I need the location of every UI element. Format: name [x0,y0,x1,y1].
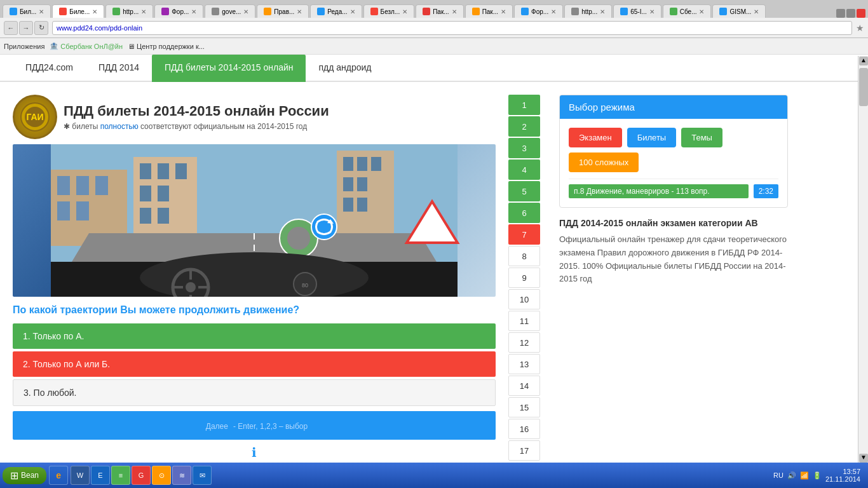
mode-btn-2[interactable]: Билеты [627,128,676,147]
mode-btn-3[interactable]: Темы [681,128,722,147]
browser-tab-12[interactable]: http...✕ [564,4,612,18]
number-btn-16[interactable]: 16 [508,419,540,439]
scroll-thumb[interactable] [859,68,868,106]
browser-tab-14[interactable]: Сбе...✕ [663,4,712,18]
taskbar-app-4[interactable]: G [132,466,151,485]
number-btn-2[interactable]: 2 [508,116,540,137]
svg-text:80: 80 [302,282,308,288]
site-nav-item-1[interactable]: ПДД24.com [13,55,86,82]
language-indicator[interactable]: RU [773,471,783,479]
number-btn-15[interactable]: 15 [508,397,540,417]
site-nav-item-3[interactable]: ПДД билеты 2014-2015 онлайн [152,55,306,82]
bookmark-support[interactable]: 🖥 Центр поддержки к... [128,43,205,50]
taskbar-app-5[interactable]: ⊙ [152,466,171,485]
start-button[interactable]: ⊞ Bean [3,467,46,484]
number-btn-10[interactable]: 10 [508,289,540,309]
sys-tray: RU 🔊 📶 🔋 13:57 21.11.2014 [768,468,865,483]
site-nav-item-2[interactable]: ПДД 2014 [86,55,152,82]
svg-point-47 [186,282,196,292]
number-btn-17[interactable]: 17 [508,440,540,461]
browser-tab-3[interactable]: http...✕ [105,4,153,18]
browser-tab-9[interactable]: Пак...✕ [416,4,463,18]
clock: 13:57 21.11.2014 [825,468,860,483]
svg-rect-21 [371,157,381,171]
left-column: ГАИ ПДД билеты 2014-2015 онлайн России ✱… [13,95,496,465]
browser-tab-5[interactable]: gove...✕ [205,4,255,18]
bookmarks-bar: Приложения 🏦 Сбербанк ОнЛ@йн 🖥 Центр под… [0,38,868,55]
bookmark-apps[interactable]: Приложения [4,43,44,50]
site-nav: ПДД24.comПДД 2014ПДД билеты 2014-2015 он… [0,55,868,82]
browser-tab-10[interactable]: Пак...✕ [465,4,513,18]
number-btn-13[interactable]: 13 [508,354,540,374]
browser-tab-15[interactable]: GISM...✕ [712,4,766,18]
mode-btn-4[interactable]: 100 сложных [569,152,639,172]
seo-body: Официальный онлайн тренажер для сдачи те… [559,233,788,286]
answer-option-3[interactable]: 3. По любой. [13,379,496,406]
forward-button[interactable]: → [19,21,33,35]
info-text: п.8 Движение, маневриров - 113 вопр. [569,184,749,198]
question-image: А Б В [13,144,496,297]
mode-btn-1[interactable]: Экзамен [569,128,622,147]
number-btn-5[interactable]: 5 [508,181,540,201]
right-column: Выбор режима ЭкзаменБилетыТемы100 сложны… [559,95,788,465]
subtitle-link[interactable]: полностью [100,122,139,131]
number-btn-9[interactable]: 9 [508,268,540,288]
browser-tab-1[interactable]: Бил...✕ [3,4,51,18]
number-btn-4[interactable]: 4 [508,159,540,180]
number-btn-8[interactable]: 8 [508,246,540,266]
minimize-button[interactable] [836,9,845,18]
number-grid-column: 1234567891011121314151617 [508,95,546,465]
taskbar-app-3[interactable]: ≡ [111,466,130,485]
taskbar-item-browser[interactable]: e [49,466,68,485]
number-btn-11[interactable]: 11 [508,311,540,331]
browser-tab-11[interactable]: Фор...✕ [514,4,563,18]
next-button[interactable]: Далее- Enter, 1,2,3 – выбор [13,411,496,440]
svg-rect-14 [140,186,151,201]
battery-icon[interactable]: 🔋 [813,471,822,480]
clock-time: 13:57 [825,468,860,475]
browser-window: Бил...✕Биле...✕http...✕Фор...✕gove...✕Пр… [0,0,868,488]
answer-option-1[interactable]: 1. Только по А. [13,323,496,349]
sound-icon[interactable]: 🔊 [787,471,796,480]
answer-option-2[interactable]: 2. Только по А или Б. [13,351,496,377]
taskbar-app-1[interactable]: W [71,466,90,485]
browser-tab-7[interactable]: Реда...✕ [310,4,362,18]
browser-tab-4[interactable]: Фор...✕ [154,4,203,18]
address-box: www.pdd24.com/pdd-onlain [52,21,852,35]
number-btn-14[interactable]: 14 [508,376,540,396]
svg-rect-9 [76,201,89,220]
mode-info: п.8 Движение, маневриров - 113 вопр. 2:3… [569,179,778,198]
address-bar-row: ← → ↻ www.pdd24.com/pdd-onlain ★ [0,18,868,38]
bookmark-sber[interactable]: 🏦 Сбербанк ОнЛ@йн [50,42,123,50]
browser-tab-13[interactable]: 65-I...✕ [613,4,661,18]
taskbar-app-6[interactable]: ≋ [172,466,191,485]
taskbar-app-7[interactable]: ✉ [193,466,212,485]
number-btn-7[interactable]: 7 [508,224,540,245]
site-nav-item-4[interactable]: пдд андроид [306,55,384,82]
number-btn-6[interactable]: 6 [508,203,540,223]
address-text[interactable]: www.pdd24.com/pdd-onlain [57,24,848,32]
number-btn-12[interactable]: 12 [508,332,540,353]
maximize-button[interactable] [846,9,855,18]
refresh-button[interactable]: ↻ [34,21,48,35]
network-icon[interactable]: 📶 [800,471,809,480]
browser-tab-6[interactable]: Прав...✕ [257,4,309,18]
number-btn-3[interactable]: 3 [508,138,540,158]
svg-rect-20 [357,157,367,171]
browser-tab-2[interactable]: Биле...✕ [52,4,104,18]
svg-rect-17 [158,208,169,224]
back-button[interactable]: ← [4,21,18,35]
page-content: ПДД24.comПДД 2014ПДД билеты 2014-2015 он… [0,55,868,478]
star-button[interactable]: ★ [856,23,864,33]
svg-rect-24 [343,198,353,212]
svg-rect-15 [158,186,169,201]
close-button[interactable] [857,9,865,18]
scrollbar[interactable]: ▲ ▼ [858,56,868,463]
page-header: ГАИ ПДД билеты 2014-2015 онлайн России ✱… [13,95,496,139]
taskbar-app-2[interactable]: E [91,466,110,485]
answers-container: 1. Только по А.2. Только по А или Б.3. П… [13,323,496,406]
number-btn-1[interactable]: 1 [508,95,540,115]
question-text: По какой траектории Вы можете продолжить… [13,304,496,316]
browser-tab-8[interactable]: Безл...✕ [363,4,415,18]
svg-rect-23 [357,177,367,191]
